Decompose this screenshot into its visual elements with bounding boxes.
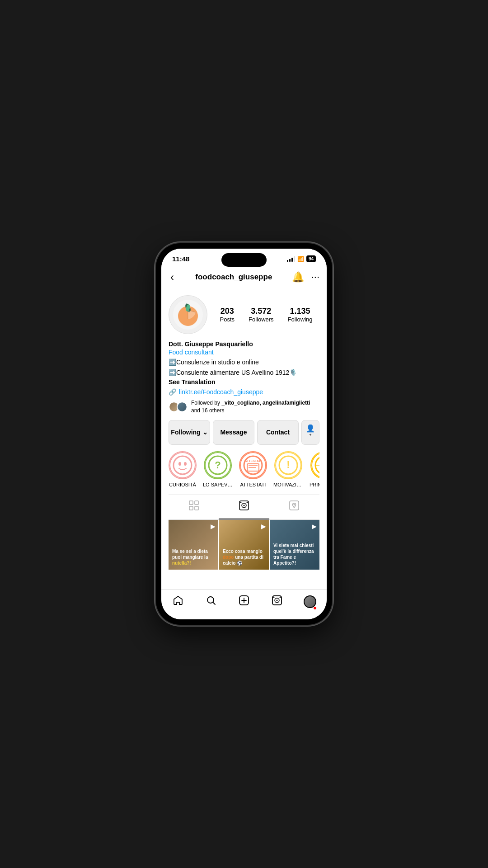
- status-time: 11:48: [172, 255, 189, 263]
- tab-grid[interactable]: [169, 495, 219, 519]
- stat-followers[interactable]: 3.572 Followers: [249, 307, 274, 323]
- profile-link[interactable]: linktr.ee/Foodcoach_giuseppe: [179, 388, 263, 396]
- highlight-label-1: CURIOSITÀ: [169, 482, 196, 487]
- following-count: 1.135: [290, 307, 310, 316]
- highlight-label-5: PRIMA&DO...: [310, 482, 319, 487]
- reel-icon-1: ▶: [211, 523, 216, 530]
- add-friend-button[interactable]: 👤+: [301, 420, 319, 445]
- profile-username: foodcoach_giuseppe: [195, 273, 272, 282]
- post-caption-2: Ecco cosa mangio dopo una partita di cal…: [223, 548, 265, 566]
- contact-label: Contact: [266, 429, 290, 436]
- nav-search[interactable]: [194, 593, 227, 610]
- highlight-circle-5: [310, 451, 319, 479]
- notification-bell-icon[interactable]: 🔔: [292, 271, 304, 283]
- post-item-2[interactable]: Ecco cosa mangio dopo una partita di cal…: [219, 520, 269, 570]
- battery-icon: 94: [306, 255, 316, 262]
- stat-posts[interactable]: 203 Posts: [220, 307, 235, 323]
- highlight-circle-1: [169, 451, 197, 479]
- following-label: Following: [288, 316, 313, 323]
- profile-nav-avatar: [304, 595, 316, 608]
- follower-avatars: [169, 401, 188, 412]
- stat-following[interactable]: 1.135 Following: [288, 307, 313, 323]
- followers-label: Followers: [249, 316, 274, 323]
- nav-reels[interactable]: [261, 593, 294, 610]
- search-icon: [206, 595, 216, 609]
- highlight-primadopo[interactable]: PRIMA&DO...: [310, 451, 319, 487]
- bio-link[interactable]: 🔗 linktr.ee/Foodcoach_giuseppe: [169, 388, 319, 396]
- post-caption-1: Ma se sei a dieta puoi mangiare la nutel…: [172, 548, 215, 566]
- svg-point-46: [277, 600, 278, 601]
- avatar[interactable]: [169, 295, 207, 334]
- highlight-circle-2: ?: [204, 451, 232, 479]
- svg-point-38: [294, 504, 295, 505]
- post-item-3[interactable]: Vi siete mai chiesti quel'è la differenz…: [270, 520, 319, 570]
- tab-tagged[interactable]: [269, 495, 319, 519]
- svg-line-40: [213, 603, 215, 605]
- posts-label: Posts: [220, 316, 235, 323]
- svg-text:!: !: [286, 459, 290, 470]
- highlight-losapevi[interactable]: ? LO SAPEVI...: [203, 451, 233, 487]
- post-item-1[interactable]: Ma se sei a dieta puoi mangiare la nutel…: [169, 520, 218, 570]
- svg-point-34: [243, 505, 244, 506]
- back-button[interactable]: ‹: [169, 269, 176, 285]
- bio-line2: ➡️Consulente alimentare US Avellino 1912…: [169, 368, 319, 377]
- highlight-label-2: LO SAPEVI...: [203, 482, 233, 487]
- follower-names[interactable]: _vito_cogliano, angelinafamiglietti: [221, 400, 310, 406]
- more-options-icon[interactable]: ···: [311, 271, 319, 283]
- reels-icon: [239, 500, 249, 513]
- posts-grid: Ma se sei a dieta puoi mangiare la nutel…: [169, 520, 319, 570]
- wifi-icon: 📶: [297, 256, 304, 262]
- main-scroll[interactable]: ‹ foodcoach_giuseppe 🔔 ···: [161, 264, 327, 589]
- bio-category[interactable]: Food consultant: [169, 349, 319, 356]
- nav-profile[interactable]: [294, 593, 327, 610]
- status-bar: 11:48 📶 94: [161, 249, 327, 264]
- bio-name: Dott. Giuseppe Pasquariello: [169, 340, 319, 348]
- motivazione-icon: !: [275, 452, 301, 478]
- avatar-svg: [172, 299, 204, 330]
- message-button[interactable]: Message: [213, 420, 254, 445]
- svg-rect-29: [195, 501, 198, 505]
- svg-point-47: [273, 597, 275, 598]
- bottom-nav: [161, 589, 327, 619]
- svg-point-35: [240, 501, 241, 503]
- dynamic-island: [221, 253, 267, 267]
- highlight-circle-3: ATTESTATI: [239, 451, 267, 479]
- stats-container: 203 Posts 3.572 Followers 1.135 Followin…: [213, 307, 319, 323]
- post-caption-3: Vi siete mai chiesti quel'è la differenz…: [273, 542, 316, 566]
- attestati-icon: ATTESTATI: [240, 452, 266, 478]
- primadopo-icon: [311, 452, 319, 478]
- reel-icon-3: ▶: [312, 523, 317, 530]
- svg-point-36: [246, 501, 248, 503]
- highlight-label-3: ATTESTATI: [240, 482, 266, 487]
- svg-rect-30: [189, 506, 193, 510]
- and-others: and 16 others: [191, 407, 224, 414]
- content-tabs: [169, 495, 319, 520]
- followed-by: Followed by _vito_cogliano, angelinafami…: [169, 399, 319, 415]
- highlight-curiosita[interactable]: CURIOSITÀ: [169, 451, 197, 487]
- nav-home[interactable]: [161, 593, 194, 610]
- posts-count: 203: [221, 307, 234, 316]
- followers-count: 3.572: [251, 307, 271, 316]
- message-label: Message: [220, 429, 247, 436]
- home-icon: [173, 595, 183, 609]
- highlight-attestati[interactable]: ATTESTATI ATTESTATI: [239, 451, 267, 487]
- highlight-motivazione[interactable]: ! MOTIVAZIO...: [273, 451, 303, 487]
- see-translation[interactable]: See Translation: [169, 378, 319, 386]
- contact-button[interactable]: Contact: [257, 420, 299, 445]
- following-button[interactable]: Following ⌄: [169, 420, 210, 445]
- curiosita-icon: [169, 452, 196, 478]
- add-person-icon: 👤+: [305, 424, 315, 441]
- header: ‹ foodcoach_giuseppe 🔔 ···: [161, 264, 327, 290]
- nav-add[interactable]: [227, 593, 260, 610]
- svg-text:?: ?: [215, 459, 221, 471]
- svg-point-8: [178, 462, 181, 466]
- svg-rect-31: [195, 506, 198, 510]
- follower-avatar-2: [177, 401, 188, 412]
- nav-reels-icon: [272, 595, 282, 609]
- svg-rect-28: [189, 501, 193, 505]
- tab-reels[interactable]: [219, 495, 269, 519]
- link-icon: 🔗: [169, 388, 176, 396]
- phone-frame: 11:48 📶 94 ‹ foodcoach_giuseppe 🔔: [156, 243, 332, 625]
- action-buttons: Following ⌄ Message Contact 👤+: [169, 420, 319, 445]
- following-label: Following: [171, 429, 200, 436]
